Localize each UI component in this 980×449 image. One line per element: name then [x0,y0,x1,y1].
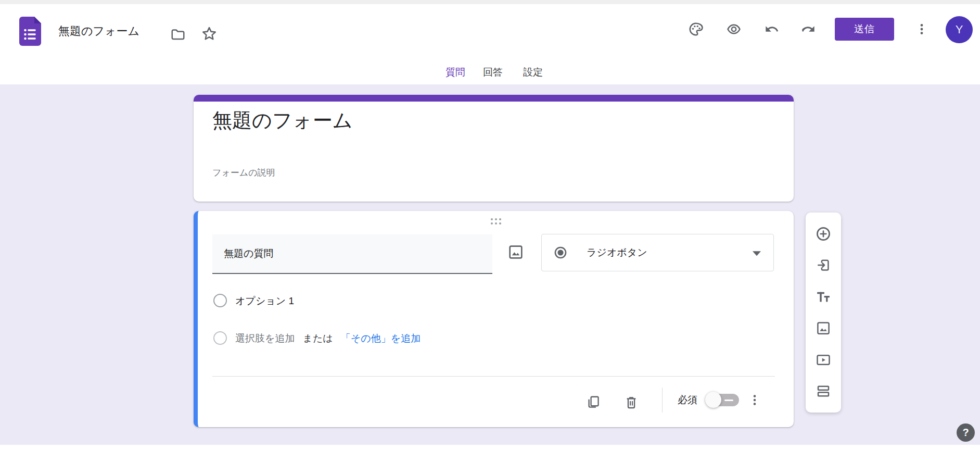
add-image-button[interactable] [813,318,834,339]
image-icon [507,244,524,260]
document-title[interactable]: 無題のフォーム [58,24,139,39]
radio-button-checked-icon [553,245,568,260]
add-video-button[interactable] [813,350,834,370]
add-other-link[interactable]: 「その他」を追加 [341,332,421,345]
question-title-input[interactable]: 無題の質問 [212,234,492,274]
palette-icon [688,21,704,37]
help-button[interactable]: ? [957,423,975,442]
tab-settings[interactable]: 設定 [523,64,543,81]
add-option-row: 選択肢を追加 または 「その他」を追加 [235,332,421,345]
form-title-field[interactable]: 無題のフォーム [212,108,353,132]
add-question-button[interactable] [813,223,834,244]
more-options-button[interactable] [910,17,934,41]
redo-icon [801,22,816,36]
import-questions-icon [816,257,831,273]
toggle-thumb[interactable] [705,392,721,408]
window-top-strip [0,0,980,4]
add-option-radio-circle [213,331,227,345]
dropdown-caret-icon [753,251,761,256]
question-type-label: ラジオボタン [587,246,647,259]
add-question-icon [815,226,832,242]
option1-label[interactable]: オプション 1 [235,294,294,308]
question-more-options-button[interactable] [743,388,767,412]
tab-answers[interactable]: 回答 [483,64,503,81]
undo-icon [765,22,779,36]
account-avatar[interactable]: Y [946,16,973,43]
toggle-track-dash [724,400,733,401]
tab-questions[interactable]: 質問 [446,64,465,81]
option1-radio-circle[interactable] [213,294,227,307]
required-toggle[interactable] [709,394,740,406]
delete-question-button[interactable] [619,390,643,414]
question-footer-divider [212,376,775,377]
add-title-icon [816,289,831,305]
form-description-field[interactable]: フォームの説明 [212,167,275,179]
question-type-dropdown[interactable]: ラジオボタン [541,234,774,271]
preview-button[interactable] [721,17,746,42]
customize-theme-button[interactable] [683,17,708,42]
side-toolbar [806,213,841,413]
form-header-card[interactable]: 無題のフォーム フォームの説明 [194,95,794,202]
import-questions-button[interactable] [813,255,834,276]
kebab-menu-icon [748,393,761,407]
eye-icon [726,21,742,37]
folder-icon [170,27,186,42]
forms-logo-icon[interactable] [19,17,42,46]
kebab-menu-icon [915,22,928,36]
add-section-button[interactable] [813,381,834,402]
add-image-icon [816,320,831,336]
add-video-icon [816,352,831,368]
undo-button[interactable] [759,17,784,42]
send-button[interactable]: 送信 [835,18,894,41]
form-theme-color-bar [194,95,794,102]
add-option-text[interactable]: 選択肢を追加 [235,332,295,345]
app-bar: 無題のフォーム [0,4,980,84]
add-section-icon [816,383,831,399]
star-icon [200,25,218,43]
move-folder-button[interactable] [167,23,189,46]
star-button[interactable] [197,21,222,46]
question-card[interactable]: 無題の質問 ラジオボタン オプション 1 選択肢を追加 または 「その他」を追加 [194,211,794,427]
redo-button[interactable] [796,17,821,42]
required-label: 必須 [678,393,697,407]
trash-icon [624,395,639,409]
or-text: または [302,332,333,345]
drag-handle-icon[interactable] [491,218,501,224]
duplicate-question-button[interactable] [581,390,605,414]
footer-vertical-divider [662,388,663,413]
add-title-button[interactable] [813,286,834,307]
copy-icon [586,395,601,409]
add-question-image-button[interactable] [505,242,526,263]
